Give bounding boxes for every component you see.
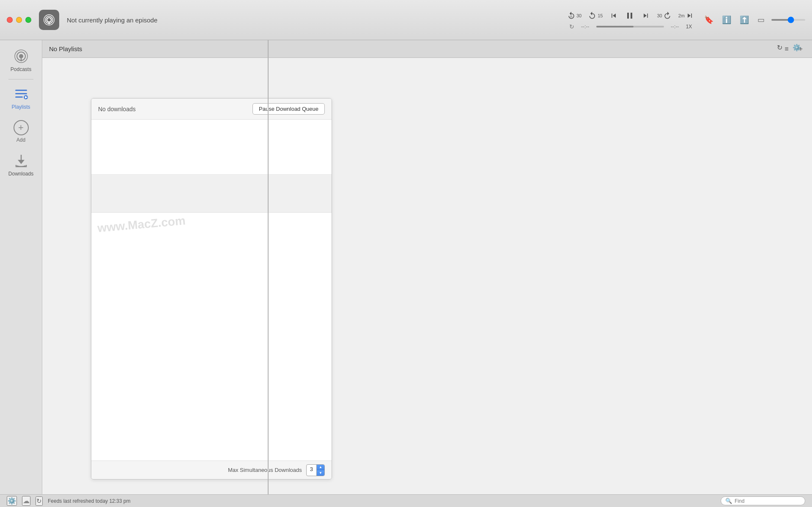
close-button[interactable] <box>7 17 13 23</box>
skip-back-15-icon <box>588 11 597 20</box>
toolbar-right: 🔖 ℹ️ ⬆️ ▭ <box>702 14 805 26</box>
max-downloads-value: 3 <box>307 465 317 476</box>
time-remaining: --:-- <box>667 24 683 30</box>
settings-gear-button[interactable]: ⚙️ <box>7 496 17 506</box>
playlists-icon <box>14 86 29 101</box>
title-bar: Not currently playing an episode 30 30 1… <box>0 0 812 40</box>
skip-forward-2m-label: 2m <box>678 13 685 18</box>
downloads-footer: Max Simultaneous Downloads 3 ▲ ▼ <box>91 460 332 479</box>
skip-back-30-button[interactable]: 30 30 <box>565 11 583 21</box>
skip-forward-30-button[interactable]: 30 <box>655 11 673 21</box>
skip-forward-2m-button[interactable]: 2m <box>677 11 696 21</box>
skip-forward-30-label: 30 <box>657 13 662 18</box>
max-downloads-label: Max Simultaneous Downloads <box>228 467 302 473</box>
maximize-button[interactable] <box>25 17 31 23</box>
pause-icon <box>625 11 635 21</box>
stepper-up-button[interactable]: ▲ <box>317 465 324 470</box>
skip-back-15-label: 15 <box>598 13 603 18</box>
app-icon <box>38 9 60 31</box>
transport-row-top: 30 30 15 30 2m <box>565 10 696 22</box>
svg-marker-12 <box>18 160 25 164</box>
refresh-button[interactable]: ↻ <box>36 496 43 506</box>
downloads-icon <box>14 153 29 168</box>
skip-forward-30-icon <box>663 11 672 20</box>
next-track-button[interactable] <box>640 11 652 21</box>
airplay-button[interactable]: ▭ <box>756 14 766 26</box>
sidebar-item-podcasts[interactable]: Podcasts <box>0 44 42 77</box>
svg-rect-9 <box>15 96 23 98</box>
cloud-button[interactable]: ☁ <box>22 496 30 506</box>
next-track-icon <box>642 11 650 20</box>
search-input[interactable] <box>735 498 801 504</box>
max-downloads-stepper[interactable]: 3 ▲ ▼ <box>306 464 325 476</box>
info-button[interactable]: ℹ️ <box>720 14 733 26</box>
stepper-down-button[interactable]: ▼ <box>317 470 324 476</box>
sidebar-add-button[interactable]: + Add <box>0 115 42 148</box>
traffic-lights <box>7 17 31 23</box>
downloads-panel: No downloads Pause Download Queue Max Si… <box>91 98 332 480</box>
speed-button[interactable]: 1X <box>686 24 692 30</box>
downloads-label: Downloads <box>8 171 33 177</box>
panel-title: No Playlists <box>49 45 777 52</box>
sidebar-divider-1 <box>8 79 33 79</box>
sidebar-item-downloads[interactable]: Downloads <box>0 148 42 182</box>
no-downloads-text: No downloads <box>98 106 247 112</box>
podcasts-icon <box>14 49 29 64</box>
settings-button[interactable]: ⚙️ <box>790 43 804 52</box>
now-playing-text: Not currently playing an episode <box>67 16 565 24</box>
downloads-section-1 <box>91 120 332 175</box>
content-area: No Playlists ≡ + ↻ ⚙️ No downloads Pause… <box>42 40 812 494</box>
svg-rect-7 <box>15 90 27 91</box>
bookmark-button[interactable]: 🔖 <box>702 14 715 26</box>
skip-back-30-label: 30 <box>576 13 582 18</box>
sidebar-item-playlists[interactable]: Playlists <box>0 81 42 115</box>
search-icon: 🔍 <box>725 498 732 504</box>
playlists-label: Playlists <box>11 104 30 110</box>
transport-controls: 30 30 15 30 2m <box>565 10 696 30</box>
progress-row: ↻ --:-- --:-- 1X <box>569 23 692 30</box>
right-header-buttons: ↻ ⚙️ <box>774 43 804 52</box>
podcast-icon <box>43 14 55 26</box>
previous-track-icon <box>609 11 618 20</box>
plus-circle-icon: + <box>14 120 29 135</box>
volume-slider[interactable] <box>771 19 805 21</box>
stepper-buttons: ▲ ▼ <box>317 465 324 476</box>
time-elapsed: --:-- <box>578 24 593 30</box>
svg-point-4 <box>19 54 23 58</box>
panel-header: No Playlists ≡ + <box>42 40 812 58</box>
status-right: 🔍 <box>721 496 805 505</box>
podcasts-label: Podcasts <box>11 66 31 72</box>
svg-rect-8 <box>15 93 27 94</box>
refresh-status-text: Feeds last refreshed today 12:33 pm <box>48 498 130 504</box>
vertical-divider <box>268 40 269 494</box>
add-label: Add <box>16 137 25 143</box>
svg-text:30: 30 <box>570 15 573 18</box>
sidebar: Podcasts Playlists + Add Dow <box>0 40 42 494</box>
right-panel <box>269 58 812 494</box>
minimize-button[interactable] <box>16 17 22 23</box>
downloads-header: No downloads Pause Download Queue <box>91 99 332 120</box>
pause-download-queue-button[interactable]: Pause Download Queue <box>252 103 325 115</box>
loop-icon[interactable]: ↻ <box>569 23 574 30</box>
status-bar: ⚙️ ☁ ↻ Feeds last refreshed today 12:33 … <box>0 494 812 507</box>
downloads-section-3 <box>91 213 332 460</box>
search-box[interactable]: 🔍 <box>721 496 805 505</box>
skip-forward-2m-icon <box>686 11 694 20</box>
skip-back-30-icon: 30 <box>567 11 576 20</box>
play-pause-button[interactable] <box>623 10 636 22</box>
skip-back-15-button[interactable]: 15 <box>587 11 604 21</box>
refresh-icon-button[interactable]: ↻ <box>774 43 785 52</box>
previous-track-button[interactable] <box>608 11 620 21</box>
downloads-section-2 <box>91 175 332 213</box>
share-button[interactable]: ⬆️ <box>738 14 751 26</box>
progress-bar[interactable] <box>596 26 664 27</box>
